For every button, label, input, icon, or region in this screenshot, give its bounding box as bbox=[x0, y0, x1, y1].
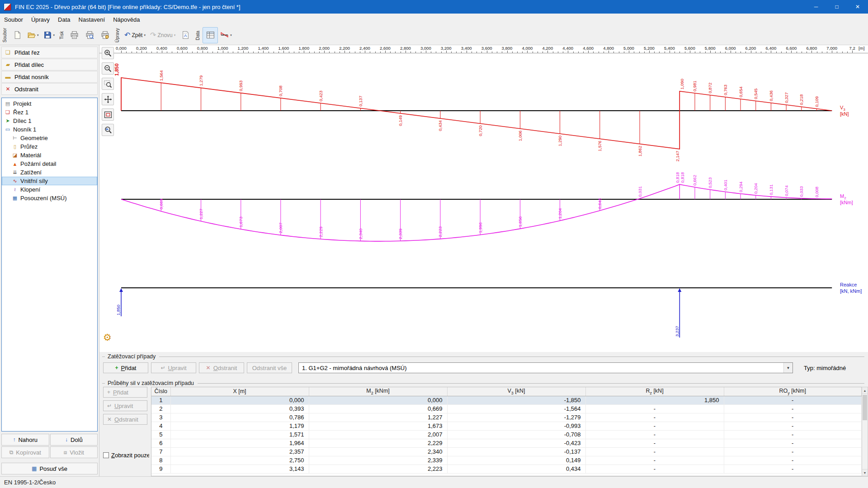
tree-item-vnitrni-sily[interactable]: ∿Vnitřní síly bbox=[2, 177, 97, 185]
add-member-button[interactable]: ▰Přidat dílec bbox=[1, 59, 98, 70]
delete-icon: ✕ bbox=[5, 86, 11, 92]
undo-button[interactable]: ↶Zpět▾ bbox=[122, 27, 148, 43]
col-roy[interactable]: ROy [kNm] bbox=[724, 387, 862, 396]
col-cislo[interactable]: Číslo bbox=[151, 387, 170, 396]
svg-text:1,850: 1,850 bbox=[116, 305, 121, 315]
tree-item-material[interactable]: ◪Materiál bbox=[2, 151, 97, 160]
load-case-delete-button[interactable]: ✕ Odstranit bbox=[199, 362, 244, 373]
menu-napoveda[interactable]: Nápověda bbox=[109, 14, 144, 25]
zoom-window-button[interactable] bbox=[102, 78, 114, 90]
load-case-delete-all-button[interactable]: Odstranit vše bbox=[247, 362, 292, 373]
scroll-up-icon[interactable]: ▲ bbox=[862, 387, 868, 394]
table-row[interactable]: 82,7502,3390,149-- bbox=[151, 456, 862, 465]
table-row[interactable]: 61,9642,229-0,423-- bbox=[151, 439, 862, 447]
table-scrollbar[interactable]: ▲ ▼ bbox=[862, 387, 868, 476]
tree-item-posouzeni-msu[interactable]: ▦Posouzení (MSÚ) bbox=[2, 194, 97, 202]
sidebar-action-buttons: ❏Přidat řez▰Přidat dílec▬Přidat nosník✕O… bbox=[1, 46, 98, 95]
load-case-type-label: Typ: mimořádné bbox=[804, 365, 846, 371]
arrow-up-icon: ↑ bbox=[13, 436, 15, 443]
pan-button[interactable] bbox=[102, 93, 114, 105]
zoom-out-button[interactable] bbox=[102, 62, 114, 75]
load-case-edit-button[interactable]: ↵ Upravit bbox=[151, 362, 196, 373]
print-settings-icon bbox=[101, 31, 109, 39]
tree-item-projekt[interactable]: ▤Projekt bbox=[2, 99, 97, 108]
svg-text:3,237: 3,237 bbox=[675, 326, 679, 337]
app-window: FIN EC 2025 - Dřevo požár (64 bit) [Fine… bbox=[0, 0, 868, 488]
forces-edit-button[interactable]: ↵ Upravit bbox=[103, 400, 147, 411]
diagram-view-button[interactable]: ▾ bbox=[218, 27, 234, 43]
table-row[interactable]: 72,3572,340-0,137-- bbox=[151, 447, 862, 456]
table-row[interactable]: 41,1791,673-0,993-- bbox=[151, 422, 862, 430]
table-row[interactable]: 10,0000,000-1,8501,850- bbox=[151, 396, 862, 404]
dropdown-caret-icon: ▾ bbox=[230, 33, 232, 37]
maximize-button[interactable]: □ bbox=[826, 0, 847, 14]
diagram-canvas[interactable]: 1,8501,5641,2790,9930,7080,4230,1370,149… bbox=[99, 53, 868, 352]
tree-item-klopeni[interactable]: ≀Klopení bbox=[2, 185, 97, 194]
svg-text:0,294: 0,294 bbox=[738, 182, 743, 192]
dropdown-caret-icon: ▾ bbox=[37, 33, 39, 37]
tree-item-geometrie[interactable]: ⊢Geometrie bbox=[2, 134, 97, 142]
redo-icon: ↷ bbox=[150, 31, 156, 39]
svg-text:0,327: 0,327 bbox=[784, 92, 789, 103]
tree-item-dilec-1[interactable]: ➤Dílec 1 bbox=[2, 117, 97, 125]
ruler-unit-label: [m] bbox=[859, 46, 864, 51]
menu-soubor[interactable]: Soubor bbox=[0, 14, 27, 25]
check-all-button[interactable]: ▦ Posuď vše bbox=[1, 463, 98, 474]
paste-button[interactable]: ⧈ Vložit bbox=[50, 446, 98, 458]
save-file-button[interactable]: ▾ bbox=[41, 27, 57, 43]
tree-item-nosnik-1[interactable]: ▭Nosník 1 bbox=[2, 125, 97, 134]
add-section-button[interactable]: ❏Přidat řez bbox=[1, 47, 98, 58]
values-table-button[interactable] bbox=[203, 27, 218, 43]
internal-forces-icon: ∿ bbox=[12, 178, 18, 184]
close-button[interactable]: ✕ bbox=[847, 0, 868, 14]
settings-gear-button[interactable]: ⚙ bbox=[103, 333, 112, 343]
move-up-button[interactable]: ↑ Nahoru bbox=[1, 434, 49, 446]
report-button[interactable]: A bbox=[178, 27, 193, 43]
menu-data[interactable]: Data bbox=[54, 14, 74, 25]
menu-upravy[interactable]: Úpravy bbox=[27, 14, 54, 25]
scroll-down-icon[interactable]: ▼ bbox=[862, 469, 868, 476]
col-v3[interactable]: V3 [kN] bbox=[447, 387, 585, 396]
print-settings-button[interactable] bbox=[97, 27, 113, 43]
tree-item-material-label: Materiál bbox=[20, 152, 41, 159]
table-row[interactable]: 93,1432,2230,434-- bbox=[151, 465, 862, 473]
table-row[interactable]: 51,5712,007-0,708-- bbox=[151, 430, 862, 439]
zoom-in-button[interactable] bbox=[102, 47, 114, 59]
table-row[interactable]: 20,3930,669-1,564-- bbox=[151, 404, 862, 413]
print-button[interactable] bbox=[66, 27, 82, 43]
col-rz[interactable]: Rz [kN] bbox=[585, 387, 724, 396]
scrollbar-thumb[interactable] bbox=[863, 395, 867, 420]
open-file-button[interactable]: ▾ bbox=[25, 27, 41, 43]
svg-text:0,720: 0,720 bbox=[478, 125, 483, 136]
new-file-button[interactable] bbox=[9, 27, 25, 43]
svg-text:0,662: 0,662 bbox=[692, 175, 697, 186]
move-down-button[interactable]: ↓ Dolů bbox=[50, 434, 98, 446]
print-preview-button[interactable] bbox=[82, 27, 97, 43]
redo-button[interactable]: ↷Znovu▾ bbox=[148, 27, 178, 43]
forces-add-button[interactable]: + Přidat bbox=[103, 387, 147, 398]
show-only-checkbox[interactable]: Zobrazit pouze bbox=[103, 452, 149, 459]
zoom-fit-icon bbox=[104, 110, 113, 119]
titlebar: FIN EC 2025 - Dřevo požár (64 bit) [Fine… bbox=[0, 0, 868, 14]
geometry-icon: ⊢ bbox=[12, 135, 18, 141]
add-beam-button[interactable]: ▬Přidat nosník bbox=[1, 71, 98, 83]
svg-text:1,564: 1,564 bbox=[159, 70, 164, 81]
tree-item-pozarni-detail[interactable]: ▲Požární detail bbox=[2, 160, 97, 168]
load-case-add-button[interactable]: + Přidat bbox=[103, 362, 148, 373]
tree-item-rez-1[interactable]: ❏Řez 1 bbox=[2, 108, 97, 117]
delete-button[interactable]: ✕Odstranit bbox=[1, 83, 98, 95]
svg-text:[kN, kNm]: [kN, kNm] bbox=[840, 288, 862, 294]
tree-item-posouzeni-msu-label: Posouzení (MSÚ) bbox=[20, 195, 67, 202]
table-row[interactable]: 30,7861,227-1,279-- bbox=[151, 413, 862, 422]
col-m2[interactable]: M2 [kNm] bbox=[309, 387, 447, 396]
col-x[interactable]: X [m] bbox=[170, 387, 309, 396]
tree-item-prurez[interactable]: ▯Průřez bbox=[2, 142, 97, 151]
minimize-button[interactable]: ─ bbox=[806, 0, 826, 14]
forces-delete-button[interactable]: ✕ Odstranit bbox=[103, 414, 147, 425]
copy-button[interactable]: ⧉ Kopírovat bbox=[1, 446, 49, 458]
load-case-select[interactable]: 1. G1+G2 - mimořádná návrhová (MSÚ) ▼ bbox=[298, 362, 793, 373]
tree-item-zatizeni[interactable]: ⇊Zatížení bbox=[2, 168, 97, 177]
menu-nastaveni[interactable]: Nastavení bbox=[75, 14, 109, 25]
zoom-fit-button[interactable] bbox=[102, 108, 114, 121]
zoom-previous-button[interactable] bbox=[102, 124, 114, 136]
